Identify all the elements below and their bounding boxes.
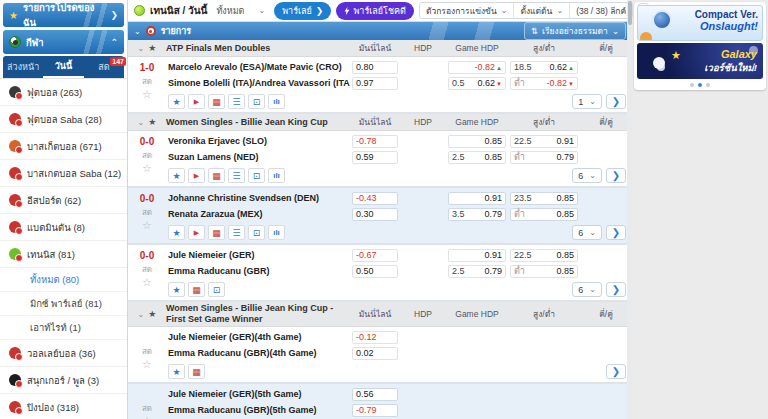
market-filter-select[interactable]: ทั้งหมด ⌄ (212, 2, 269, 20)
favorite-star-icon[interactable]: ☆ (128, 358, 166, 370)
court-icon[interactable]: ▦ (208, 225, 225, 240)
ou-odds-box[interactable]: 22.50.91 (510, 135, 578, 148)
sidebar-item-8[interactable]: สนุกเกอร์ / พูล (3) (0, 367, 127, 394)
sidebar-item-0[interactable]: ฟุตบอล (263) (0, 79, 127, 106)
play-icon[interactable]: ▶ (188, 225, 205, 240)
expand-match-button[interactable]: ❯ (606, 94, 626, 109)
ml-odds-box[interactable]: 0.50 (352, 265, 398, 278)
favorite-star-icon[interactable]: ☆ (128, 162, 166, 174)
tab-today[interactable]: วันนี้ (43, 56, 83, 78)
star-icon[interactable]: ★ (168, 282, 185, 297)
sidebar-item-4[interactable]: อีสปอร์ต (62) (0, 187, 127, 214)
ml-odds-box[interactable]: 0.97 (352, 77, 398, 90)
stats-list-icon[interactable]: ☰ (228, 94, 245, 109)
ml-odds-box[interactable]: -0.12 (352, 331, 398, 344)
sort-button[interactable]: ⇅ เรียงอย่างธรรมดา ⌄ (524, 22, 626, 40)
chevron-down-icon[interactable]: ⌄ (138, 310, 145, 319)
carousel-dot-active[interactable] (698, 83, 702, 87)
ou-odds-box[interactable]: ต่ำ0.85 (510, 265, 578, 278)
sidebar-item-6[interactable]: เทนนิส (81) (0, 241, 127, 268)
ou-odds-box[interactable]: ต่ำ-0.82▼ (510, 77, 578, 90)
ou-odds-box[interactable]: 22.50.85 (510, 249, 578, 262)
ou-odds-box[interactable]: 18.50.62▲ (510, 61, 578, 74)
market-count-dropdown[interactable]: 6⌄ (572, 225, 602, 240)
sidebar-subitem-2[interactable]: เอาท์ไรท์ (1) (0, 316, 127, 340)
sidebar-subitem-0[interactable]: ทั้งหมด (80) (0, 268, 127, 292)
ghdp-odds-box[interactable]: 0.91 (448, 192, 506, 205)
chart-icon[interactable]: ılı (268, 94, 285, 109)
scrollbar-thumb[interactable] (628, 1, 632, 25)
tab-live[interactable]: สด147 (84, 56, 124, 78)
play-icon[interactable]: ▶ (188, 168, 205, 183)
scrollbar[interactable] (627, 0, 632, 419)
ml-odds-box[interactable]: -0.67 (352, 249, 398, 262)
tab-early[interactable]: ล่วงหน้า (3, 56, 43, 78)
ml-odds-box[interactable]: -0.43 (352, 192, 398, 205)
lucky-parlay-button[interactable]: พาร์เลย์โชคดี (336, 2, 414, 20)
sidebar-subitem-1[interactable]: มิกซ์ พาร์เลย์ (81) (0, 292, 127, 316)
sidebar-item-5[interactable]: แบดมินตัน (8) (0, 214, 127, 241)
sidebar-item-2[interactable]: บาสเก็ตบอล (671) (0, 133, 127, 160)
ml-odds-box[interactable]: 0.80 (352, 61, 398, 74)
ghdp-odds-box[interactable]: 2.50.79 (448, 265, 506, 278)
expand-match-button[interactable]: ❯ (606, 168, 626, 183)
stats-list-icon[interactable]: ☰ (228, 168, 245, 183)
market-count-dropdown[interactable]: 6⌄ (572, 282, 602, 297)
sidebar-item-1[interactable]: ฟุตบอล Saba (28) (0, 106, 127, 133)
tv-icon[interactable]: ⊡ (248, 225, 265, 240)
sidebar-item-9[interactable]: ปิงปอง (318) (0, 394, 127, 419)
from-start-dropdown[interactable]: ตั้งแต่ต้น ⌄ (514, 3, 570, 18)
ghdp-odds-box[interactable]: -0.82▲ (448, 61, 506, 74)
favorite-star-icon[interactable]: ☆ (128, 276, 166, 288)
sidebar-item-3[interactable]: บาสเกตบอล Saba (12) (0, 160, 127, 187)
ml-odds-box[interactable]: -0.79 (352, 404, 398, 417)
chart-icon[interactable]: ılı (268, 225, 285, 240)
ou-odds-box[interactable]: 23.50.85 (510, 192, 578, 205)
tv-icon[interactable]: ⊡ (248, 94, 265, 109)
carousel-dot[interactable] (706, 83, 710, 87)
chart-icon[interactable]: ılı (268, 168, 285, 183)
ghdp-odds-box[interactable]: 2.50.85 (448, 151, 506, 164)
favorites-bar[interactable]: ★ รายการโปรดของฉัน ❯ (3, 3, 124, 27)
star-icon[interactable]: ★ (168, 225, 185, 240)
market-count-dropdown[interactable]: 1⌄ (572, 94, 602, 109)
tv-icon[interactable]: ⊡ (248, 168, 265, 183)
star-icon[interactable]: ★ (168, 168, 185, 183)
expand-match-button[interactable]: ❯ (606, 364, 626, 379)
chevron-down-icon[interactable]: ⌄ (138, 118, 145, 127)
ml-odds-box[interactable]: 0.59 (352, 151, 398, 164)
competition-filter-dropdown[interactable]: ตัวกรองการแข่งขัน ⌄ (420, 3, 515, 18)
ou-odds-box[interactable]: ต่ำ0.85 (510, 208, 578, 221)
ml-odds-box[interactable]: 0.56 (352, 388, 398, 401)
league-star-icon[interactable]: ★ (148, 117, 156, 127)
ml-odds-box[interactable]: -0.78 (352, 135, 398, 148)
ghdp-odds-box[interactable]: 3.50.79 (448, 208, 506, 221)
star-icon[interactable]: ★ (168, 364, 185, 379)
star-icon[interactable]: ★ (168, 94, 185, 109)
sidebar-item-7[interactable]: วอลเลย์บอล (36) (0, 340, 127, 367)
ghdp-odds-box[interactable]: 0.91 (448, 249, 506, 262)
expand-match-button[interactable]: ❯ (606, 282, 626, 297)
ghdp-odds-box[interactable]: 0.85 (448, 135, 506, 148)
favorite-star-icon[interactable]: ☆ (128, 88, 166, 100)
ou-odds-box[interactable]: ต่ำ0.79 (510, 151, 578, 164)
court-icon[interactable]: ▦ (208, 94, 225, 109)
ml-odds-box[interactable]: 0.30 (352, 208, 398, 221)
league-star-icon[interactable]: ★ (148, 309, 156, 319)
expand-match-button[interactable]: ❯ (606, 225, 626, 240)
favorite-star-icon[interactable]: ☆ (128, 219, 166, 231)
chevron-down-icon[interactable]: ⌄ (134, 27, 141, 36)
ml-odds-box[interactable]: 0.02 (352, 347, 398, 360)
carousel-dot[interactable] (690, 83, 694, 87)
market-count-dropdown[interactable]: 6⌄ (572, 168, 602, 183)
court-icon[interactable]: ▦ (188, 282, 205, 297)
banner-galaxy[interactable]: ★ Galaxy เวอร์ชันใหม่! (637, 43, 763, 79)
league-star-icon[interactable]: ★ (148, 43, 156, 53)
banner-compact-onslaught[interactable]: Compact Ver. Onslaught! (637, 5, 763, 41)
stats-list-icon[interactable]: ☰ (228, 225, 245, 240)
play-icon[interactable]: ▶ (188, 94, 205, 109)
chevron-down-icon[interactable]: ⌄ (138, 44, 145, 53)
favorite-star-icon[interactable]: ☆ (128, 415, 166, 419)
court-icon[interactable]: ▦ (208, 168, 225, 183)
sports-bar[interactable]: กีฬา ⌃ (3, 30, 124, 54)
